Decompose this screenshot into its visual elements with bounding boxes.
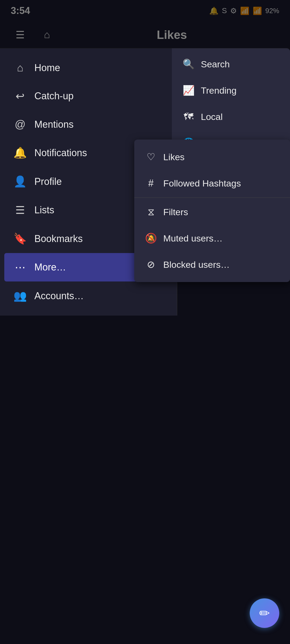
trending-icon: 📈	[183, 85, 194, 96]
hashtag-icon: #	[145, 178, 157, 189]
likes-icon: ♡	[145, 151, 157, 163]
drawer-item-accounts[interactable]: 👥 Accounts…	[0, 281, 177, 310]
drawer-item-mentions[interactable]: @ Mentions	[0, 110, 177, 138]
submenu-item-muted-users[interactable]: 🔕 Muted users…	[134, 225, 290, 251]
submenu-item-followed-hashtags[interactable]: # Followed Hashtags	[134, 170, 290, 196]
filters-icon: ⧖	[145, 206, 157, 218]
submenu-more: ♡ Likes # Followed Hashtags ⧖ Filters 🔕 …	[134, 140, 290, 282]
mentions-icon: @	[13, 118, 27, 130]
drawer-item-label: Home	[34, 62, 60, 74]
blocked-icon: ⊘	[145, 259, 157, 270]
drawer-item-home[interactable]: ⌂ Home	[0, 54, 177, 82]
drawer-item-label: Catch-up	[34, 90, 74, 102]
submenu-item-label: Filters	[163, 207, 188, 217]
drawer-item-label: Notifications	[34, 147, 87, 159]
more-icon: ⋯	[13, 261, 27, 273]
submenu-item-label: Likes	[163, 152, 184, 162]
menu-item-search[interactable]: 🔍 Search	[172, 51, 290, 77]
drawer-item-catchup[interactable]: ↩ Catch-up	[0, 82, 177, 110]
local-icon: 🗺	[183, 111, 194, 122]
lists-icon: ☰	[13, 204, 27, 216]
home-drawer-icon: ⌂	[13, 62, 27, 74]
compose-icon: ✏	[259, 606, 270, 621]
bookmarks-icon: 🔖	[13, 232, 27, 245]
catchup-icon: ↩	[13, 90, 27, 102]
submenu-item-filters[interactable]: ⧖ Filters	[134, 199, 290, 225]
drawer-item-label: More…	[34, 262, 66, 273]
submenu-divider	[134, 197, 290, 198]
menu-item-label: Trending	[201, 85, 237, 96]
drawer-item-label: Accounts…	[34, 290, 84, 302]
menu-item-label: Local	[201, 112, 223, 122]
submenu-item-label: Muted users…	[163, 233, 223, 244]
menu-item-trending[interactable]: 📈 Trending	[172, 77, 290, 104]
drawer-item-label: Lists	[34, 204, 54, 216]
compose-fab[interactable]: ✏	[250, 598, 279, 628]
submenu-item-label: Blocked users…	[163, 259, 230, 270]
accounts-icon: 👥	[13, 290, 27, 302]
notifications-icon: 🔔	[13, 147, 27, 159]
drawer-item-label: Profile	[34, 176, 62, 187]
menu-item-local[interactable]: 🗺 Local	[172, 104, 290, 130]
submenu-item-blocked-users[interactable]: ⊘ Blocked users…	[134, 251, 290, 278]
drawer-item-label: Mentions	[34, 119, 74, 130]
menu-item-label: Search	[201, 59, 230, 69]
submenu-item-likes[interactable]: ♡ Likes	[134, 144, 290, 170]
muted-icon: 🔕	[145, 233, 157, 244]
drawer-item-label: Bookmarks	[34, 233, 83, 244]
profile-icon: 👤	[13, 175, 27, 188]
search-icon: 🔍	[183, 58, 194, 70]
submenu-item-label: Followed Hashtags	[163, 178, 241, 189]
